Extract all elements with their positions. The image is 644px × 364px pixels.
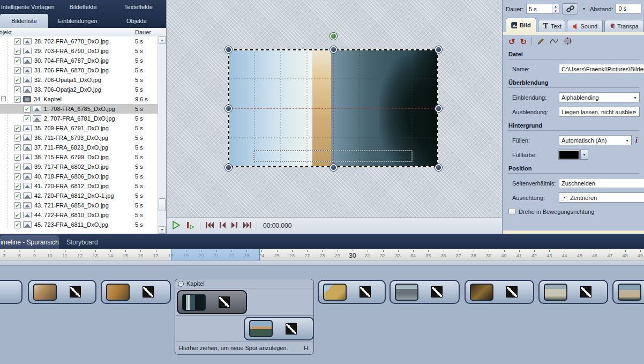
column-objekt[interactable]: Objekt bbox=[0, 29, 12, 35]
einblendung-dropdown[interactable]: Alphablending bbox=[559, 92, 640, 102]
item-checkbox[interactable]: ✔ bbox=[14, 77, 21, 84]
resize-handle-mid-left[interactable] bbox=[225, 105, 232, 112]
list-item[interactable]: ✔33. 706-Opatja2_DxO.jpg5 s bbox=[0, 85, 158, 94]
ab-transition-icon[interactable]: AB bbox=[70, 286, 81, 298]
play-from-position-button[interactable] bbox=[186, 221, 195, 231]
link-duration-button[interactable] bbox=[562, 3, 578, 14]
ruler-selection[interactable] bbox=[171, 249, 260, 261]
ab-transition-icon[interactable]: AB bbox=[219, 296, 230, 308]
resize-handle-top-center[interactable] bbox=[330, 46, 337, 53]
resize-handle-bottom-left[interactable] bbox=[225, 164, 232, 171]
tab-einblendungen[interactable]: Einblendungen bbox=[48, 18, 107, 24]
list-item[interactable]: ✔41. 720-FRA_6812_DxO.jpg5 s bbox=[0, 181, 158, 191]
ab-transition-icon[interactable]: AB bbox=[360, 286, 371, 298]
scroll-up-button[interactable]: ▲ bbox=[159, 36, 166, 44]
timeline-clip[interactable]: AB bbox=[538, 280, 608, 304]
tab-texteffekte[interactable]: Texteffekte bbox=[111, 4, 166, 10]
item-checkbox[interactable]: ✔ bbox=[14, 173, 21, 180]
list-item[interactable]: ✔38. 715-FRA_6799_DxO.jpg5 s bbox=[0, 152, 158, 162]
scrollbar-thumb[interactable] bbox=[159, 198, 166, 211]
item-checkbox[interactable]: ✔ bbox=[24, 106, 31, 113]
collapse-icon[interactable]: − bbox=[178, 281, 184, 287]
tab-intelligente-vorlagen[interactable]: Intelligente Vorlagen bbox=[0, 4, 55, 10]
list-item[interactable]: ✔43. 721-FRA_6854_DxO.jpg5 s bbox=[0, 200, 158, 210]
timeline-clip[interactable]: AB bbox=[101, 280, 171, 304]
tab-bilderliste[interactable]: Bilderliste bbox=[0, 14, 48, 28]
item-checkbox[interactable]: ✔ bbox=[14, 135, 21, 142]
drehe-checkbox[interactable] bbox=[508, 208, 515, 215]
tab-bildeffekte[interactable]: Bildeffekte bbox=[55, 4, 110, 10]
timeline-ruler[interactable]: 7891011121314151617181920212223242526272… bbox=[0, 249, 644, 261]
kapitel-clip-2[interactable]: AB bbox=[244, 317, 314, 340]
item-checkbox[interactable]: ✔ bbox=[14, 125, 21, 132]
tab-sound[interactable]: Sound bbox=[567, 20, 603, 32]
item-checkbox[interactable]: ✔ bbox=[14, 57, 21, 64]
list-item[interactable]: ✔28. 702-FRA_6778_DxO.jpg5 s bbox=[0, 36, 158, 46]
tab-storyboard[interactable]: Storyboard bbox=[59, 235, 106, 249]
item-checkbox[interactable]: ✔ bbox=[14, 96, 21, 103]
timeline-clip[interactable]: AB bbox=[465, 280, 534, 304]
list-item[interactable]: ✔31. 706-FRA_6870_DxO.jpg5 s bbox=[0, 65, 158, 75]
ausblendung-dropdown[interactable]: Liegen lassen, nicht ausbler bbox=[559, 107, 640, 117]
ab-transition-icon[interactable]: AB bbox=[286, 323, 297, 335]
timeline-clip[interactable] bbox=[0, 280, 23, 304]
list-item[interactable]: ✔29. 703-FRA_6790_DxO.jpg5 s bbox=[0, 46, 158, 56]
item-checkbox[interactable]: ✔ bbox=[14, 164, 21, 170]
rotation-handle[interactable] bbox=[330, 33, 337, 40]
info-icon[interactable]: i bbox=[635, 136, 638, 145]
list-item[interactable]: ✔30. 704-FRA_6787_DxO.jpg5 s bbox=[0, 56, 158, 65]
fill-color-dropdown[interactable]: ▼ bbox=[580, 150, 588, 160]
resize-handle-bottom-right[interactable] bbox=[435, 164, 442, 171]
new-track-drop-hint[interactable]: Hierher ziehen, um neue Spur anzulegen. … bbox=[175, 342, 313, 354]
item-checkbox[interactable]: ✔ bbox=[14, 212, 21, 219]
ab-transition-icon[interactable]: AB bbox=[580, 286, 591, 298]
fill-color-swatch[interactable] bbox=[559, 150, 579, 159]
resize-handle-top-right[interactable] bbox=[435, 46, 442, 53]
abstand-input[interactable]: 0 s bbox=[616, 4, 641, 14]
list-item[interactable]: ✔39. 717-FRA_6802_DxO.jpg5 s bbox=[0, 162, 158, 172]
fuellen-dropdown[interactable]: Automatisch (An) bbox=[559, 135, 632, 145]
play-button[interactable] bbox=[171, 220, 181, 231]
tab-transparenz[interactable]: Transpa bbox=[604, 20, 644, 32]
item-checkbox[interactable]: ✔ bbox=[14, 221, 21, 228]
kapitel-group[interactable]: − Kapitel AB AB Hierher ziehen, um neue … bbox=[175, 279, 314, 355]
camera-pan-icon[interactable] bbox=[563, 37, 572, 46]
list-item[interactable]: ✔37. 711-FRA_6823_DxO.jpg5 s bbox=[0, 143, 158, 152]
item-checkbox[interactable]: ✔ bbox=[14, 38, 21, 45]
next-frame-button[interactable] bbox=[231, 221, 238, 230]
kapitel-clip-selected[interactable]: AB bbox=[177, 290, 247, 314]
item-checkbox[interactable]: ✔ bbox=[14, 86, 21, 93]
tab-bild[interactable]: Bild bbox=[506, 18, 536, 32]
item-checkbox[interactable]: ✔ bbox=[14, 192, 21, 199]
tab-objekte[interactable]: Objekte bbox=[107, 18, 166, 24]
item-checkbox[interactable]: ✔ bbox=[14, 144, 21, 151]
seitenverhaeltnis-dropdown[interactable]: Zuschneiden bbox=[559, 178, 644, 188]
list-item[interactable]: ✔2. 707-FRA_6781_DxO.jpg5 s bbox=[0, 114, 158, 123]
collapse-toggle[interactable]: − bbox=[1, 96, 6, 101]
resize-handle-bottom-center[interactable] bbox=[330, 164, 337, 171]
item-checkbox[interactable]: ✔ bbox=[14, 48, 21, 55]
list-scrollbar[interactable]: ▲ ▼ bbox=[158, 36, 166, 234]
list-item[interactable]: ✔45. 723-FRA_6811_DxO.jpg5 s bbox=[0, 220, 158, 229]
timeline-clip[interactable]: AB bbox=[390, 280, 460, 304]
link-options-dropdown[interactable]: ▼ bbox=[581, 3, 587, 14]
ab-transition-icon[interactable]: AB bbox=[143, 286, 154, 298]
timeline-clip[interactable]: AB bbox=[318, 280, 386, 304]
item-checkbox[interactable]: ✔ bbox=[14, 154, 21, 161]
spinner-arrows[interactable]: ▲▼ bbox=[552, 4, 559, 13]
resize-handle-top-left[interactable] bbox=[225, 46, 232, 53]
redo-icon[interactable]: ↻ bbox=[520, 38, 527, 46]
skip-to-start-button[interactable] bbox=[205, 221, 214, 230]
tab-text[interactable]: T Text bbox=[538, 20, 565, 32]
ab-transition-icon[interactable]: AB bbox=[431, 286, 443, 298]
selected-image-object[interactable] bbox=[228, 49, 438, 167]
list-item[interactable]: ✔35. 709-FRA_6791_DxO.jpg5 s bbox=[0, 123, 158, 133]
item-checkbox[interactable]: ✔ bbox=[14, 202, 21, 209]
previous-frame-button[interactable] bbox=[219, 221, 226, 230]
column-dauer[interactable]: Dauer bbox=[135, 29, 151, 35]
list-item[interactable]: ✔40. 718-FRA_6806_DxO.jpg5 s bbox=[0, 172, 158, 181]
list-item[interactable]: ✔44. 722-FRA_6810_DxO.jpg5 s bbox=[0, 210, 158, 220]
tab-timeline-spuransicht[interactable]: Timeline - Spuransicht bbox=[0, 235, 59, 249]
list-item[interactable]: ✔1. 708-FRA_6785_DxO.jpg5 s bbox=[0, 104, 158, 114]
item-checkbox[interactable]: ✔ bbox=[24, 115, 31, 122]
